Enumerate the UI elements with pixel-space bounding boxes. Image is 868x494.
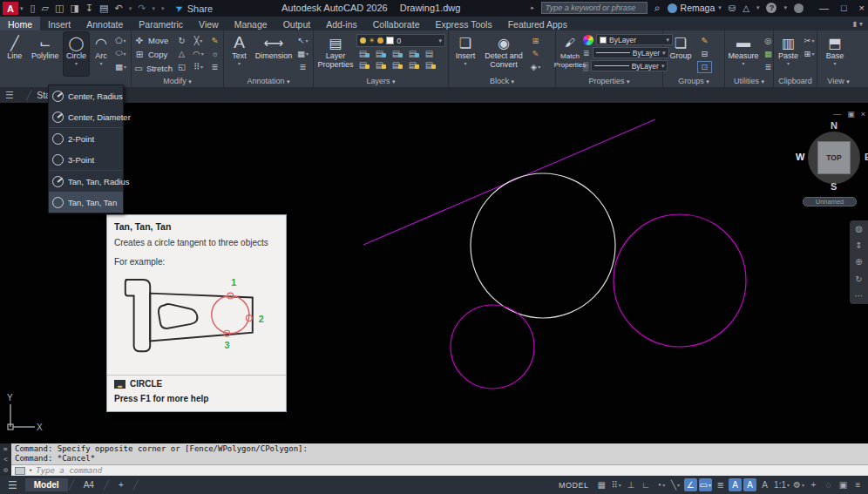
search-input[interactable]: Type a keyword or phrase [541, 2, 648, 14]
help-icon[interactable]: ? [766, 3, 776, 13]
paste-button[interactable]: ▥ Paste ▾ [776, 32, 800, 76]
text-button[interactable]: A Text ▾ [227, 32, 252, 76]
customize-plus-icon[interactable]: + [807, 478, 820, 491]
measure-button[interactable]: ▬ Measure ▾ [728, 32, 759, 76]
menu-item-3-point[interactable]: 3-Point [49, 149, 123, 170]
redo-caret-icon[interactable]: ▾ [152, 5, 155, 12]
copy-button[interactable]: ⊞ Copy [134, 48, 173, 60]
transparency-icon[interactable]: ▒ [583, 62, 588, 71]
object-color-dropdown[interactable]: ByLayer ▾ [596, 34, 673, 45]
viewcube-west[interactable]: W [796, 152, 804, 162]
arc-button[interactable]: ◠ Arc ▾ [91, 32, 112, 76]
user-account-button[interactable]: Remaga ▾ [668, 3, 722, 13]
polyline-button[interactable]: ⌙ Polyline [28, 32, 61, 76]
model-tab[interactable]: Model [25, 478, 68, 491]
cut-button[interactable]: ✂▾ [802, 34, 817, 46]
panel-label-modify[interactable]: Modify ▾ [132, 76, 223, 87]
profile-avatar-icon[interactable] [794, 3, 804, 13]
share-button[interactable]: ➤ Share [175, 3, 213, 14]
tab-annotate[interactable]: Annotate [78, 17, 131, 30]
isolate-objects-icon[interactable]: ◌ [822, 478, 835, 491]
erase-button[interactable]: ✎ [207, 34, 222, 46]
lineweight-list-icon[interactable]: ≣ [583, 49, 590, 58]
lineweight-display-icon[interactable]: ≣ [714, 478, 727, 491]
layer-properties-button[interactable]: ▤ Layer Properties [316, 32, 355, 76]
layer-unlock-button[interactable]: ▤ [406, 60, 419, 70]
panel-label-clipboard[interactable]: Clipboard [774, 76, 817, 87]
viewport-close-icon[interactable]: × [861, 110, 865, 118]
command-history-icon[interactable]: ≡ [3, 445, 8, 453]
redo-icon[interactable]: ↷ [138, 3, 146, 14]
dimension-button[interactable]: ⟷ Dimension [254, 32, 294, 76]
orbit-icon[interactable]: ↻ [855, 274, 862, 284]
command-input[interactable]: ▾ Type a command [11, 464, 868, 476]
tab-collaborate[interactable]: Collaborate [365, 17, 428, 30]
viewport-restore-icon[interactable]: ▣ [847, 110, 855, 118]
undo-caret-icon[interactable]: ▾ [129, 5, 132, 12]
layer-freeze-button[interactable]: ▤ [390, 49, 403, 58]
table-button[interactable]: ▦▾ [295, 47, 310, 59]
edit-block-button[interactable]: ✎ [528, 47, 543, 59]
file-tabs-menu-icon[interactable]: ☰ [5, 90, 14, 101]
status-customization-icon[interactable]: ≡ [851, 478, 865, 491]
viewcube-east[interactable]: E [865, 152, 868, 162]
ortho-icon[interactable]: ∟ [640, 478, 653, 491]
layer-previous-button[interactable]: ▤ [423, 60, 436, 70]
base-view-button[interactable]: ⬒ Base ▾ [820, 32, 850, 76]
fullscreen-icon[interactable]: ▣ [837, 478, 850, 491]
new-layout-button[interactable]: + [110, 478, 132, 491]
open-folder-icon[interactable]: ▱ [42, 3, 49, 14]
layer-match-button[interactable]: ▤ [423, 49, 436, 58]
lineweight-dropdown[interactable]: ByLayer ▾ [593, 47, 669, 58]
help-caret-icon[interactable]: ▾ [783, 4, 787, 11]
layer-thaw-button[interactable]: ▤ [390, 60, 403, 70]
annotation-visibility-icon[interactable]: A [729, 478, 742, 491]
print-icon[interactable]: ▤ [99, 3, 108, 14]
annotation-scale-icon[interactable]: A [758, 478, 771, 491]
stretch-button[interactable]: ▭ Stretch [134, 62, 173, 74]
viewcube[interactable]: N S W E TOP [798, 122, 868, 193]
layer-unisolate-button[interactable]: ▤ [373, 60, 386, 70]
layout-menu-icon[interactable]: ☰ [0, 479, 25, 491]
command-customize-icon[interactable]: ⚙ [3, 466, 8, 474]
array-button[interactable]: ⠿▾ [191, 61, 206, 73]
model-space-label[interactable]: MODEL [559, 481, 589, 490]
menu-item-tan-tan-tan[interactable]: Tan, Tan, Tan [49, 192, 123, 213]
block-attributes-button[interactable]: ◈▾ [528, 61, 543, 73]
linetype-dropdown[interactable]: ByLayer ▾ [591, 60, 668, 71]
panel-label-properties[interactable]: Properties ▾ [556, 76, 662, 87]
group-edit-button[interactable]: ✎ [697, 34, 712, 46]
white-circle[interactable] [471, 173, 615, 318]
create-block-button[interactable]: ⊞ [528, 34, 543, 46]
command-recent-icon[interactable] [15, 467, 25, 475]
rotate-button[interactable]: ↻ [174, 34, 189, 46]
panel-label-utilities[interactable]: Utilities ▾ [725, 76, 773, 87]
panel-label-block[interactable]: Block ▾ [449, 76, 555, 87]
layout-a4-tab[interactable]: A4 [75, 478, 103, 491]
layer-isolate-button[interactable]: ▤ [373, 49, 386, 58]
group-button[interactable]: ❏ Group [666, 32, 695, 76]
grid-icon[interactable]: ▦ [595, 478, 608, 491]
explode-button[interactable]: ☼ [207, 47, 222, 59]
scale-button[interactable]: ◱ [174, 61, 189, 73]
close-button[interactable]: × [859, 3, 865, 13]
color-wheel-icon[interactable] [583, 35, 593, 45]
workspace-gear-icon[interactable]: ⚙▾ [792, 478, 805, 491]
panel-label-view[interactable]: View ▾ [817, 76, 859, 87]
zoom-icon[interactable]: ⊕ [855, 257, 862, 267]
annotation-scale-value[interactable]: 1:1▾ [773, 478, 790, 491]
polar-tracking-icon[interactable]: ◔▾ [654, 478, 668, 491]
offset-button[interactable]: ≣ [207, 61, 222, 73]
group-selection-button[interactable]: ⊡ [697, 61, 712, 73]
fillet-button[interactable]: ◠▾ [191, 47, 206, 59]
ellipse-button[interactable]: ⬭▾ [113, 47, 128, 59]
menu-item-center-diameter[interactable]: Center, Diameter [49, 106, 123, 127]
viewcube-south[interactable]: S [831, 181, 837, 192]
menu-item-tan-tan-radius[interactable]: Tan, Tan, Radius [49, 171, 123, 192]
magenta-circle-large[interactable] [614, 214, 746, 347]
line-button[interactable]: ╱ Line [3, 32, 26, 76]
trim-button[interactable]: ╳▾ [191, 34, 206, 46]
panel-label-groups[interactable]: Groups ▾ [663, 76, 724, 87]
match-properties-button[interactable]: 🖌 Match Properties [559, 32, 581, 76]
tab-manage[interactable]: Manage [227, 17, 275, 30]
